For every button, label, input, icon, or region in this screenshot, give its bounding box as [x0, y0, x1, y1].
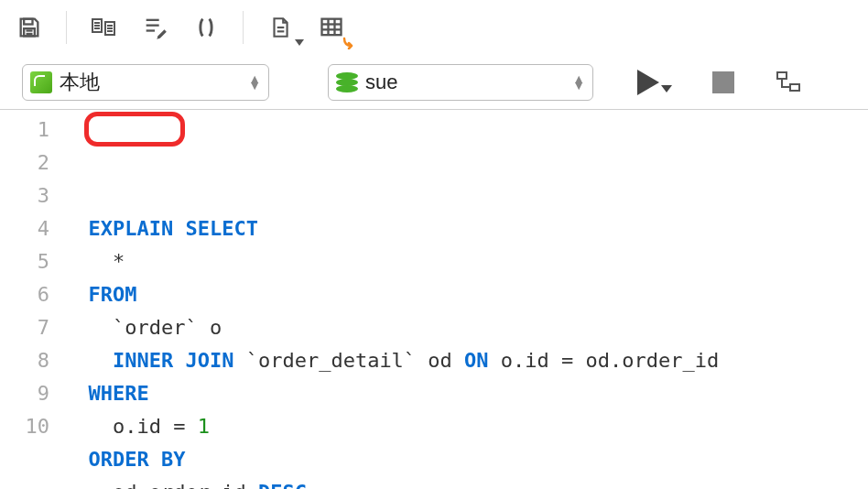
run-button[interactable]: [637, 70, 672, 95]
line-number: 4: [0, 212, 49, 245]
svg-rect-0: [24, 19, 32, 25]
code-line[interactable]: o.id = 1: [64, 410, 719, 443]
svg-rect-22: [777, 72, 787, 79]
code-line[interactable]: ORDER BY: [64, 443, 719, 476]
stop-button[interactable]: [712, 71, 734, 93]
code-area[interactable]: EXPLAIN SELECT * FROM `order` o INNER JO…: [64, 110, 719, 489]
line-number: 2: [0, 147, 49, 179]
code-line[interactable]: WHERE: [64, 377, 719, 410]
code-line[interactable]: od.order_id DESC: [64, 476, 719, 489]
code-line[interactable]: INNER JOIN `order_detail` od ON o.id = o…: [64, 344, 719, 377]
parentheses-icon[interactable]: [184, 5, 228, 49]
save-icon[interactable]: [7, 5, 51, 49]
updown-icon: ▲▼: [572, 76, 585, 89]
play-icon: [637, 70, 659, 95]
database-label: sue: [365, 71, 565, 94]
line-number: 5: [0, 245, 49, 278]
edit-list-icon[interactable]: [133, 5, 177, 49]
code-line[interactable]: FROM: [64, 278, 719, 311]
code-line[interactable]: `order` o: [64, 311, 719, 344]
sql-editor[interactable]: 12345678910 EXPLAIN SELECT * FROM `order…: [0, 110, 868, 489]
structure-icon[interactable]: [775, 70, 802, 95]
line-gutter: 12345678910: [0, 110, 64, 489]
line-number: 6: [0, 278, 49, 311]
line-number: 3: [0, 179, 49, 212]
code-line[interactable]: *: [64, 245, 719, 278]
line-number: 10: [0, 410, 49, 443]
database-selector[interactable]: sue ▲▼: [328, 64, 593, 101]
document-dropdown-icon[interactable]: [258, 5, 302, 49]
explain-highlight: [84, 112, 185, 147]
connection-selector[interactable]: 本地 ▲▼: [22, 64, 269, 101]
toolbar-divider: [243, 11, 244, 44]
line-number: 1: [0, 114, 49, 147]
updown-icon: ▲▼: [248, 76, 261, 89]
database-icon: [336, 72, 358, 92]
line-number: 7: [0, 311, 49, 344]
dropdown-icon: [661, 85, 672, 92]
line-number: 9: [0, 377, 49, 410]
main-toolbar: [0, 0, 868, 55]
svg-rect-23: [790, 84, 799, 91]
table-export-icon[interactable]: [309, 5, 353, 49]
svg-rect-17: [322, 19, 342, 35]
connection-label: 本地: [60, 69, 241, 96]
code-line[interactable]: EXPLAIN SELECT: [64, 212, 719, 245]
line-number: 8: [0, 344, 49, 377]
toolbar-divider: [66, 11, 67, 44]
selector-row: 本地 ▲▼ sue ▲▼: [0, 55, 868, 110]
copy-doc-icon[interactable]: [81, 5, 125, 49]
connection-icon: [30, 71, 52, 93]
